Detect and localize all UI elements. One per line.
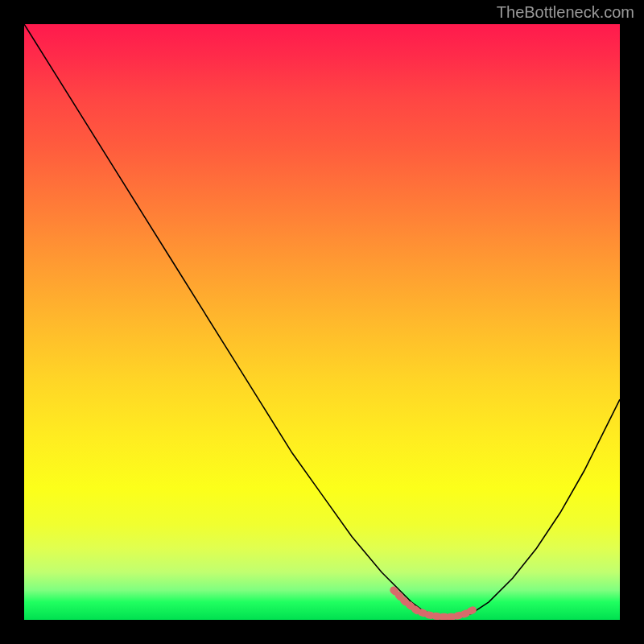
watermark-text: TheBottleneck.com xyxy=(497,3,634,22)
chart-curve-highlight xyxy=(394,590,477,617)
chart-curve-main xyxy=(24,24,620,617)
chart-svg xyxy=(24,24,620,620)
chart-plot-area xyxy=(24,24,620,620)
